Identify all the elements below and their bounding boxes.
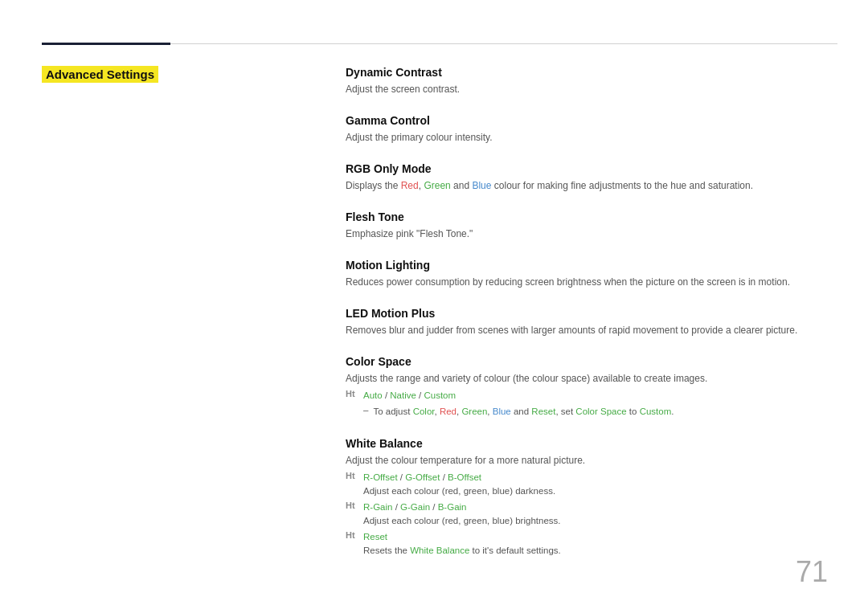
wb-g-gain: G-Gain	[400, 502, 430, 512]
wb-offset-row: Ht R-Offset / G-Offset / B-Offset	[346, 471, 837, 484]
section-desc-color-space: Adjusts the range and variety of colour …	[346, 371, 837, 386]
rgb-desc-text1: Displays the	[346, 180, 401, 191]
wb-offset-ht-label: Ht	[346, 471, 358, 480]
section-title-led-motion-plus: LED Motion Plus	[346, 307, 837, 320]
color-space-ht-content: Auto / Native / Custom	[363, 389, 456, 403]
section-gamma-control: Gamma Control Adjust the primary colour …	[346, 114, 837, 145]
wb-offset-desc: Adjust each colour (red, green, blue) da…	[346, 486, 837, 496]
wb-reset-desc: Resets the White Balance to it's default…	[346, 546, 837, 555]
section-desc-flesh-tone: Emphasize pink "Flesh Tone."	[346, 227, 837, 241]
rule-thick	[42, 43, 170, 45]
wb-offset-content: R-Offset / G-Offset / B-Offset	[363, 471, 481, 484]
cs-sub-red: Red	[440, 407, 457, 416]
wb-reset-text2: to it's default settings.	[469, 546, 560, 555]
rule-thin	[170, 43, 837, 44]
wb-gain-ht-label: Ht	[346, 501, 358, 510]
section-dynamic-contrast: Dynamic Contrast Adjust the screen contr…	[346, 66, 837, 96]
cs-sub-colorspace: Color Space	[575, 407, 626, 416]
cs-sub-set: , set	[555, 407, 575, 416]
rgb-desc-red: Red	[401, 180, 419, 191]
section-desc-motion-lighting: Reduces power consumption by reducing sc…	[346, 275, 837, 289]
page-container: Advanced Settings Dynamic Contrast Adjus…	[0, 0, 868, 613]
page-number: 71	[796, 555, 828, 589]
cs-sub-to: to	[627, 407, 640, 416]
cs-sub-green: Green	[461, 407, 487, 416]
cs-sub-text1: To adjust	[373, 407, 412, 416]
wb-reset-wb-link: White Balance	[410, 546, 469, 555]
section-title-flesh-tone: Flesh Tone	[346, 210, 837, 223]
color-space-custom: Custom	[424, 390, 456, 400]
cs-sub-period: .	[671, 407, 674, 416]
color-space-auto: Auto	[363, 390, 383, 400]
section-motion-lighting: Motion Lighting Reduces power consumptio…	[346, 259, 837, 289]
section-title-motion-lighting: Motion Lighting	[346, 259, 837, 272]
wb-reset-ht-label: Ht	[346, 530, 358, 540]
section-title-dynamic-contrast: Dynamic Contrast	[346, 66, 837, 79]
section-white-balance: White Balance Adjust the colour temperat…	[346, 437, 837, 556]
section-desc-rgb-only-mode: Displays the Red, Green and Blue colour …	[346, 178, 837, 193]
color-space-sub-row: – To adjust Color, Red, Green, Blue and …	[346, 405, 837, 419]
wb-r-gain: R-Gain	[363, 502, 392, 512]
wb-r-offset: R-Offset	[363, 472, 398, 482]
section-desc-gamma-control: Adjust the primary colour intensity.	[346, 130, 837, 145]
section-title-gamma-control: Gamma Control	[346, 114, 837, 127]
color-space-sub-desc: To adjust Color, Red, Green, Blue and Re…	[373, 405, 674, 419]
rgb-desc-text2: colour for making fine adjustments to th…	[491, 180, 753, 191]
wb-reset-content: Reset	[363, 530, 387, 544]
cs-sub-custom: Custom	[640, 407, 672, 416]
wb-gain-row: Ht R-Gain / G-Gain / B-Gain	[346, 501, 837, 514]
color-space-dash: –	[363, 405, 368, 415]
rgb-desc-blue: Blue	[472, 180, 491, 191]
sidebar-title: Advanced Settings	[42, 66, 158, 83]
cs-sub-blue: Blue	[493, 407, 511, 416]
section-desc-led-motion-plus: Removes blur and judder from scenes with…	[346, 323, 837, 337]
rgb-desc-green: Green	[424, 180, 450, 191]
section-desc-dynamic-contrast: Adjust the screen contrast.	[346, 82, 837, 96]
main-content: Dynamic Contrast Adjust the screen contr…	[346, 66, 837, 573]
section-color-space: Color Space Adjusts the range and variet…	[346, 355, 837, 419]
wb-b-gain: B-Gain	[438, 502, 467, 512]
section-led-motion-plus: LED Motion Plus Removes blur and judder …	[346, 307, 837, 337]
color-space-native: Native	[390, 390, 416, 400]
section-desc-white-balance: Adjust the colour temperature for a more…	[346, 453, 837, 468]
section-rgb-only-mode: RGB Only Mode Displays the Red, Green an…	[346, 162, 837, 193]
sidebar: Advanced Settings	[42, 66, 219, 83]
wb-b-offset: B-Offset	[448, 472, 481, 482]
wb-reset-link: Reset	[363, 532, 387, 541]
color-space-ht-label: Ht	[346, 389, 358, 398]
cs-sub-color: Color	[413, 407, 435, 416]
wb-reset-text1: Resets the	[363, 546, 410, 555]
cs-sub-and: and	[511, 407, 532, 416]
wb-g-offset: G-Offset	[405, 472, 440, 482]
wb-gain-desc: Adjust each colour (red, green, blue) br…	[346, 516, 837, 525]
section-title-rgb-only-mode: RGB Only Mode	[346, 162, 837, 175]
color-space-ht-row: Ht Auto / Native / Custom	[346, 389, 837, 403]
section-flesh-tone: Flesh Tone Emphasize pink "Flesh Tone."	[346, 210, 837, 241]
cs-sub-reset: Reset	[531, 407, 555, 416]
top-rules	[42, 42, 837, 45]
wb-reset-row: Ht Reset	[346, 530, 837, 544]
rgb-desc-and: and	[451, 180, 473, 191]
wb-gain-content: R-Gain / G-Gain / B-Gain	[363, 501, 467, 514]
section-title-white-balance: White Balance	[346, 437, 837, 450]
section-title-color-space: Color Space	[346, 355, 837, 368]
